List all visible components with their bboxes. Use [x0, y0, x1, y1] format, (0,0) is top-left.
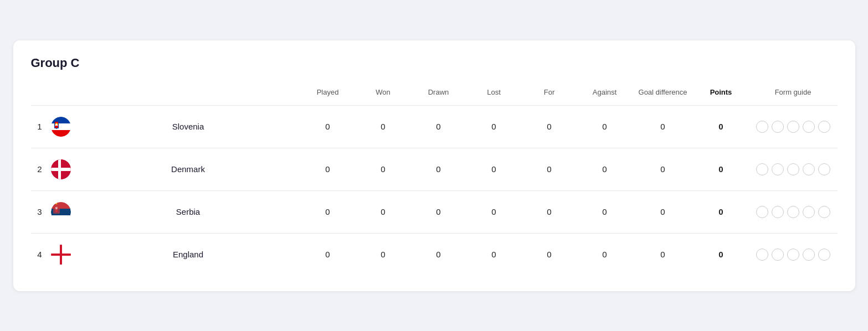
team-rank: 4 — [31, 233, 49, 276]
standings-table: Played Won Drawn Lost For Against Goal d… — [31, 84, 838, 276]
group-card: Group C Played Won Drawn Lost For Agains… — [13, 40, 855, 291]
form-circle-4 — [803, 249, 815, 261]
col-header-lost: Lost — [466, 84, 522, 106]
team-flag-cell — [49, 148, 76, 190]
team-points: 0 — [694, 233, 749, 276]
team-drawn: 0 — [411, 190, 466, 233]
col-header-flag — [49, 84, 76, 106]
team-for: 0 — [522, 233, 577, 276]
team-goal-difference: 0 — [633, 105, 694, 148]
team-flag-cell — [49, 105, 76, 148]
svg-rect-23 — [51, 215, 71, 222]
flag-icon — [51, 159, 71, 179]
svg-point-11 — [55, 123, 56, 125]
team-name-cell: Slovenia — [76, 105, 300, 148]
form-circle-1 — [756, 163, 768, 175]
svg-rect-32 — [55, 208, 57, 209]
team-name: Serbia — [176, 207, 200, 216]
form-circle-2 — [772, 163, 784, 175]
team-name: England — [173, 250, 203, 259]
team-goal-difference: 0 — [633, 148, 694, 190]
team-played: 0 — [300, 105, 356, 148]
col-header-points: Points — [694, 84, 749, 106]
team-form-guide — [749, 148, 838, 190]
svg-rect-4 — [51, 130, 71, 137]
flag-icon — [51, 117, 71, 137]
team-played: 0 — [300, 190, 356, 233]
team-against: 0 — [577, 148, 633, 190]
team-name-cell: Denmark — [76, 148, 300, 190]
col-header-won: Won — [356, 84, 411, 106]
table-row: 4 England 0 0 0 0 0 0 0 0 — [31, 233, 838, 276]
team-form-guide — [749, 190, 838, 233]
team-form-guide — [749, 105, 838, 148]
team-drawn: 0 — [411, 233, 466, 276]
team-form-guide — [749, 233, 838, 276]
svg-rect-2 — [51, 117, 71, 123]
team-goal-difference: 0 — [633, 190, 694, 233]
form-circle-4 — [803, 163, 815, 175]
team-lost: 0 — [466, 148, 522, 190]
team-rank: 2 — [31, 148, 49, 190]
team-won: 0 — [356, 105, 411, 148]
team-for: 0 — [522, 148, 577, 190]
svg-rect-3 — [51, 123, 71, 130]
team-drawn: 0 — [411, 148, 466, 190]
team-played: 0 — [300, 233, 356, 276]
col-header-team — [76, 84, 300, 106]
team-for: 0 — [522, 105, 577, 148]
svg-point-12 — [56, 123, 57, 124]
form-circle-4 — [803, 206, 815, 218]
col-header-goal-difference: Goal difference — [633, 84, 694, 106]
form-circle-4 — [803, 121, 815, 133]
form-circle-5 — [818, 121, 830, 133]
team-against: 0 — [577, 233, 633, 276]
team-drawn: 0 — [411, 105, 466, 148]
team-name: Denmark — [171, 164, 205, 174]
team-rank: 3 — [31, 190, 49, 233]
form-circle-3 — [787, 163, 799, 175]
col-header-played: Played — [300, 84, 356, 106]
col-header-drawn: Drawn — [411, 84, 466, 106]
flag-icon — [51, 245, 71, 265]
table-row: 1 Sloven — [31, 105, 838, 148]
team-points: 0 — [694, 105, 749, 148]
svg-rect-37 — [51, 254, 71, 256]
team-flag-cell — [49, 190, 76, 233]
svg-point-13 — [57, 123, 58, 125]
col-header-rank — [31, 84, 49, 106]
team-won: 0 — [356, 233, 411, 276]
form-circle-5 — [818, 163, 830, 175]
svg-rect-18 — [51, 168, 71, 171]
form-circle-5 — [818, 249, 830, 261]
group-title: Group C — [31, 56, 838, 70]
form-circle-1 — [756, 121, 768, 133]
form-circle-2 — [772, 121, 784, 133]
form-circle-3 — [787, 206, 799, 218]
form-circle-3 — [787, 249, 799, 261]
team-rank: 1 — [31, 105, 49, 148]
team-goal-difference: 0 — [633, 233, 694, 276]
form-circle-2 — [772, 206, 784, 218]
table-row: 3 — [31, 190, 838, 233]
col-header-form-guide: Form guide — [749, 84, 838, 106]
form-circle-1 — [756, 206, 768, 218]
team-lost: 0 — [466, 190, 522, 233]
flag-icon — [51, 202, 71, 222]
team-against: 0 — [577, 105, 633, 148]
team-name: Slovenia — [172, 122, 204, 131]
team-lost: 0 — [466, 233, 522, 276]
form-circle-1 — [756, 249, 768, 261]
form-circle-2 — [772, 249, 784, 261]
team-won: 0 — [356, 190, 411, 233]
team-for: 0 — [522, 190, 577, 233]
form-circle-3 — [787, 121, 799, 133]
team-points: 0 — [694, 190, 749, 233]
col-header-for: For — [522, 84, 577, 106]
team-name-cell: England — [76, 233, 300, 276]
team-points: 0 — [694, 148, 749, 190]
team-played: 0 — [300, 148, 356, 190]
team-name-cell: Serbia — [76, 190, 300, 233]
team-won: 0 — [356, 148, 411, 190]
col-header-against: Against — [577, 84, 633, 106]
